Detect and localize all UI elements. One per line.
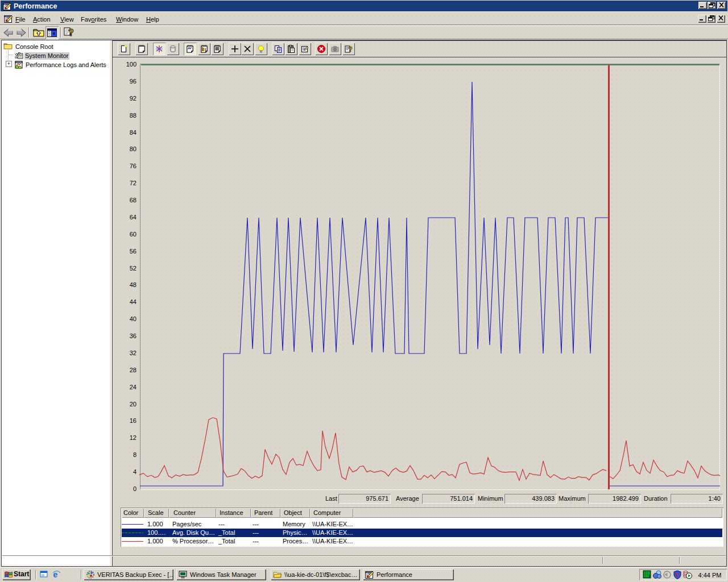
svg-text:V: V (675, 571, 680, 578)
